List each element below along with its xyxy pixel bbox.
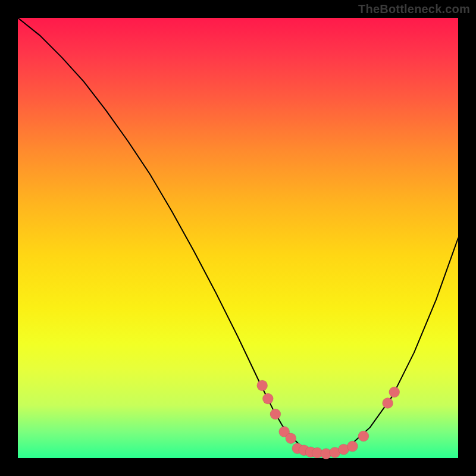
attribution-label: TheBottleneck.com	[358, 2, 470, 16]
data-point	[286, 433, 296, 444]
data-point	[347, 441, 358, 452]
curve-layer	[18, 18, 458, 458]
data-point	[383, 398, 393, 409]
chart-frame: TheBottleneck.com	[0, 0, 476, 476]
data-point	[270, 409, 281, 419]
data-point	[257, 380, 268, 391]
data-point	[389, 387, 400, 397]
plot-area	[18, 18, 458, 458]
data-point	[358, 431, 369, 441]
data-point	[262, 393, 273, 404]
